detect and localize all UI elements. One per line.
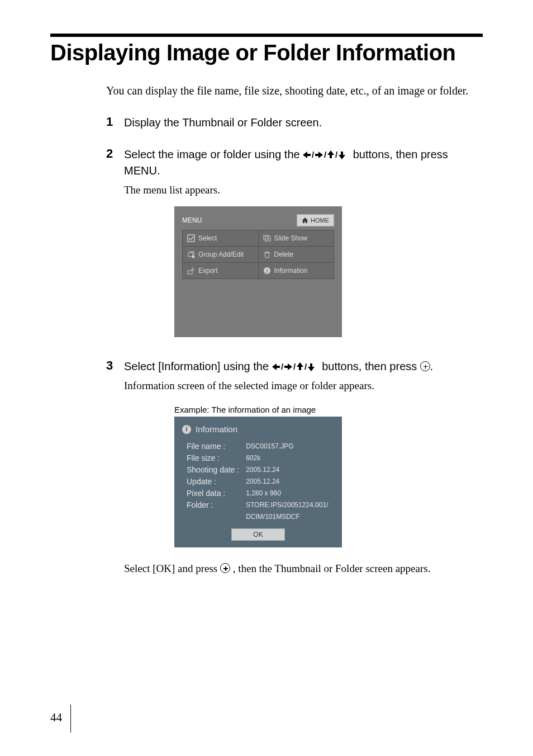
step-2-part-a: Select the image or folder using the — [124, 148, 303, 160]
export-icon — [187, 267, 195, 275]
step-1: 1 Display the Thumbnail or Folder screen… — [106, 115, 483, 131]
after-a: Select [OK] and press — [124, 563, 220, 574]
page-number: 44 — [50, 711, 62, 725]
menu-item-select[interactable]: Select — [183, 230, 258, 246]
value-filename: DSC00157.JPG — [246, 441, 328, 452]
after-b: , then the Thumbnail or Folder screen ap… — [233, 563, 431, 574]
home-label: HOME — [311, 217, 329, 224]
svg-point-6 — [192, 255, 195, 258]
menu-label-slideshow: Slide Show — [274, 234, 308, 242]
svg-text:/: / — [281, 362, 284, 371]
step-3: 3 Select [Information] using the /// but… — [106, 358, 483, 577]
svg-text:/: / — [335, 150, 338, 159]
ok-button[interactable]: OK — [231, 528, 284, 541]
info-icon: i — [182, 425, 191, 434]
value-pixel: 1,280 x 960 — [246, 488, 328, 499]
menu-item-slideshow[interactable]: Slide Show — [259, 230, 334, 246]
step-2-sub: The menu list appears. — [124, 182, 483, 199]
step-2-text: Select the image or folder using the ///… — [124, 147, 483, 179]
value-update: 2005.12.24 — [246, 476, 328, 488]
info-icon: i — [263, 267, 271, 275]
svg-rect-7 — [188, 271, 192, 274]
label-folder: Folder : — [187, 499, 239, 511]
label-update: Update : — [187, 476, 239, 488]
value-folder2: DCIM/101MSDCF — [246, 511, 328, 523]
step-number: 1 — [106, 115, 116, 131]
trash-icon — [263, 251, 271, 258]
value-folder1: STORE.IPS/20051224.001/ — [246, 499, 328, 511]
menu-item-group[interactable]: Group Add/Edit — [183, 247, 258, 262]
footer-rule — [70, 705, 71, 733]
menu-title: MENU — [182, 216, 202, 224]
label-filename: File name : — [187, 441, 239, 452]
label-filesize: File size : — [187, 452, 239, 464]
home-icon — [302, 217, 308, 224]
step-number: 3 — [106, 358, 116, 577]
group-icon — [187, 251, 195, 258]
page-title: Displaying Image or Folder Information — [50, 40, 483, 65]
menu-label-delete: Delete — [274, 251, 294, 258]
value-filesize: 602k — [246, 452, 328, 464]
value-shooting: 2005.12.24 — [246, 464, 328, 476]
top-rule — [50, 34, 483, 37]
menu-label-info: Information — [274, 267, 308, 275]
step-1-text: Display the Thumbnail or Folder screen. — [124, 115, 483, 131]
slideshow-icon — [263, 234, 271, 242]
label-shooting: Shooting date : — [187, 464, 239, 476]
menu-item-delete[interactable]: Delete — [259, 247, 334, 262]
step-3-part-a: Select [Information] using the — [124, 360, 272, 372]
intro-text: You can display the file name, file size… — [106, 82, 483, 99]
menu-item-export[interactable]: Export — [183, 263, 258, 278]
check-icon — [187, 234, 195, 242]
svg-text:/: / — [293, 362, 296, 371]
info-header-label: Information — [196, 424, 237, 434]
svg-text:/: / — [312, 150, 315, 159]
svg-text:/: / — [304, 362, 307, 371]
menu-label-select: Select — [198, 234, 217, 242]
example-caption: Example: The information of an image — [174, 405, 483, 414]
enter-button-icon — [420, 361, 430, 371]
step-3-part-b: buttons, then press — [322, 360, 420, 372]
step-3-after: Select [OK] and press , then the Thumbna… — [124, 561, 483, 577]
menu-screenshot: MENU HOME Select Slide Show — [174, 206, 342, 337]
information-screenshot: i Information File name : File size : Sh… — [174, 417, 342, 547]
svg-text:/: / — [324, 150, 327, 159]
svg-text:i: i — [266, 268, 268, 274]
menu-label-group: Group Add/Edit — [198, 251, 244, 258]
label-pixel: Pixel data : — [187, 488, 239, 499]
enter-button-icon — [220, 563, 230, 573]
menu-label-export: Export — [198, 267, 218, 275]
arrow-keys-icon: /// — [303, 148, 353, 160]
step-number: 2 — [106, 147, 116, 343]
home-button[interactable]: HOME — [297, 214, 334, 226]
step-3-sub: Information screen of the selected image… — [124, 378, 483, 394]
arrow-keys-icon: /// — [272, 360, 322, 372]
step-2: 2 Select the image or folder using the /… — [106, 147, 483, 343]
menu-item-information[interactable]: i Information — [259, 263, 334, 278]
svg-rect-3 — [188, 235, 194, 242]
step-3-text: Select [Information] using the /// butto… — [124, 358, 483, 375]
